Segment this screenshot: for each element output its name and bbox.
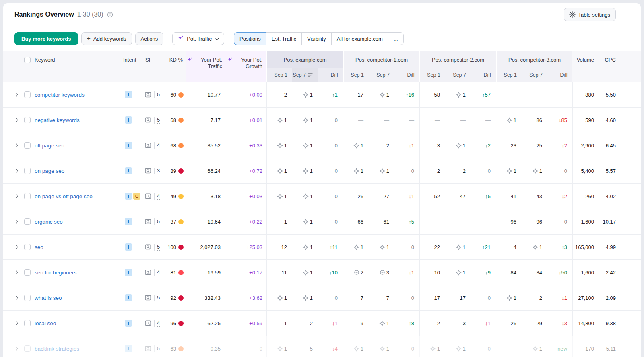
select-all-checkbox[interactable] [24,57,31,63]
sub-header-pos-competitor-3-com-sep-1[interactable]: Sep 1 [497,68,522,82]
buy-more-keywords-button[interactable]: Buy more keywords [14,32,78,45]
serp-features-count[interactable]: 5 [157,91,160,98]
intent-badge-i[interactable]: I [125,269,132,276]
expand-row-icon[interactable] [14,219,19,224]
col-header-pot-traffic[interactable]: Your Pot. Traffic [186,51,226,82]
tab-more[interactable]: ... [388,32,404,45]
expand-row-icon[interactable] [14,346,19,351]
sub-header-pos-competitor-2-com-sep-7[interactable]: Sep 7 [445,68,471,82]
row-checkbox[interactable] [24,345,31,352]
keyword-link[interactable]: organic seo [35,219,63,225]
tab-positions[interactable]: Positions [234,32,266,45]
keyword-link[interactable]: off page seo [35,143,64,149]
col-header-intent[interactable]: Intent [121,51,142,82]
tab-est-traffic[interactable]: Est. Traffic [266,32,302,45]
keyword-link[interactable]: seo [35,244,43,250]
intent-badge-i[interactable]: I [125,218,132,225]
serp-features-count[interactable]: 5 [157,345,160,352]
position-cell: 1 [292,285,318,310]
no-position-dash: — [485,117,491,123]
kd-cell: 63 [161,336,186,357]
col-header-volume[interactable]: Volume [572,51,596,82]
sub-header-pos-competitor-2-com-sep-1[interactable]: Sep 1 [420,68,445,82]
table-settings-button[interactable]: Table settings [564,8,616,21]
sub-header-pos-competitor-1-com-sep-7[interactable]: Sep 7 [369,68,394,82]
keyword-link[interactable]: competitor keywords [35,92,85,98]
expand-row-icon[interactable] [14,270,19,275]
no-position-dash: — [562,92,567,98]
intent-badge-i[interactable]: I [125,142,132,149]
keyword-link[interactable]: what is seo [35,295,62,301]
keyword-link[interactable]: seo for beginners [35,270,76,276]
sub-header-pos-competitor-2-com-diff[interactable]: Diff [471,68,496,82]
cpc-value: 9.38 [596,311,617,336]
serp-features-count[interactable]: 5 [157,244,160,251]
sub-header-pos-competitor-1-com-diff[interactable]: Diff [394,68,419,82]
serp-features-count[interactable]: 4 [157,269,160,276]
intent-badge-i[interactable]: I [125,116,132,124]
sub-header-pos-competitor-3-com-diff[interactable]: Diff [547,68,572,82]
col-header-sf[interactable]: SF [142,51,161,82]
row-checkbox[interactable] [24,269,31,276]
expand-row-icon[interactable] [14,118,19,122]
position-value: 1 [310,168,313,174]
expand-row-icon[interactable] [14,245,19,249]
row-checkbox[interactable] [24,193,31,199]
expand-row-icon[interactable] [14,295,19,300]
expand-row-icon[interactable] [14,92,19,97]
divider [154,320,155,327]
tab-all-for-example-com[interactable]: All for example.com [331,32,388,45]
row-checkbox[interactable] [24,295,31,301]
row-checkbox[interactable] [24,168,31,174]
intent-badge-i[interactable]: I [125,193,132,200]
intent-badge-i[interactable]: I [125,91,132,98]
intent-badge-i[interactable]: I [125,243,132,251]
intent-badge-i[interactable]: I [125,167,132,174]
intent-badge-i[interactable]: I [125,345,132,352]
position-group-2: 5247↑5 [419,184,496,209]
expand-row-icon[interactable] [14,143,19,148]
keyword-link[interactable]: on page seo [35,168,64,174]
row-checkbox[interactable] [24,218,31,225]
serp-features-count[interactable]: 4 [157,142,160,149]
actions-button[interactable]: Actions [135,32,164,45]
serp-features-count[interactable]: 4 [157,193,160,200]
row-checkbox[interactable] [24,117,31,123]
col-header-kd[interactable]: KD % [161,51,186,82]
row-checkbox[interactable] [24,91,31,98]
col-header-cpc[interactable]: CPC [596,51,617,82]
col-header-keyword[interactable]: Keyword [35,51,121,82]
metric-dropdown[interactable]: Pot. Traffic [172,32,224,45]
row-checkbox[interactable] [24,142,31,149]
expand-row-icon[interactable] [14,321,19,326]
row-checkbox[interactable] [24,320,31,326]
expand-row-icon[interactable] [14,168,19,173]
serp-features-count[interactable]: 5 [157,218,160,225]
info-icon[interactable] [107,12,113,18]
serp-features-icon [145,193,152,199]
keyword-link[interactable]: on page vs off page seo [35,193,93,199]
sub-header-pos-example-com-sep-7[interactable]: Sep 7 [292,68,318,82]
serp-features-count[interactable]: 3 [157,168,160,174]
sub-header-pos-competitor-3-com-sep-7[interactable]: Sep 7 [522,68,547,82]
keyword-link[interactable]: local seo [35,320,56,326]
intent-badge-i[interactable]: I [125,294,132,301]
keyword-link[interactable]: backlink strategies [35,346,79,352]
col-header-pot-growth[interactable]: Your Pot. Growth [226,51,266,82]
sub-header-pos-example-com-diff[interactable]: Diff [318,68,343,82]
expand-row-icon[interactable] [14,194,19,199]
intent-badge-i[interactable]: I [125,320,132,327]
serp-features-count[interactable]: 5 [157,117,160,124]
serp-features-count[interactable]: 4 [157,320,160,327]
tab-visibility[interactable]: Visibility [301,32,332,45]
serp-feature-position-icon [456,346,462,352]
position-diff-zero: 0 [411,346,414,352]
serp-features-count[interactable]: 5 [157,295,160,301]
intent-badge-c[interactable]: C [133,193,140,200]
position-group-3: 8434↑50 [496,260,572,285]
row-checkbox[interactable] [24,244,31,250]
add-keywords-button[interactable]: + Add keywords [81,32,132,45]
sub-header-pos-example-com-sep-1[interactable]: Sep 1 [267,68,292,82]
sub-header-pos-competitor-1-com-sep-1[interactable]: Sep 1 [344,68,369,82]
keyword-link[interactable]: negative keywords [35,117,80,123]
